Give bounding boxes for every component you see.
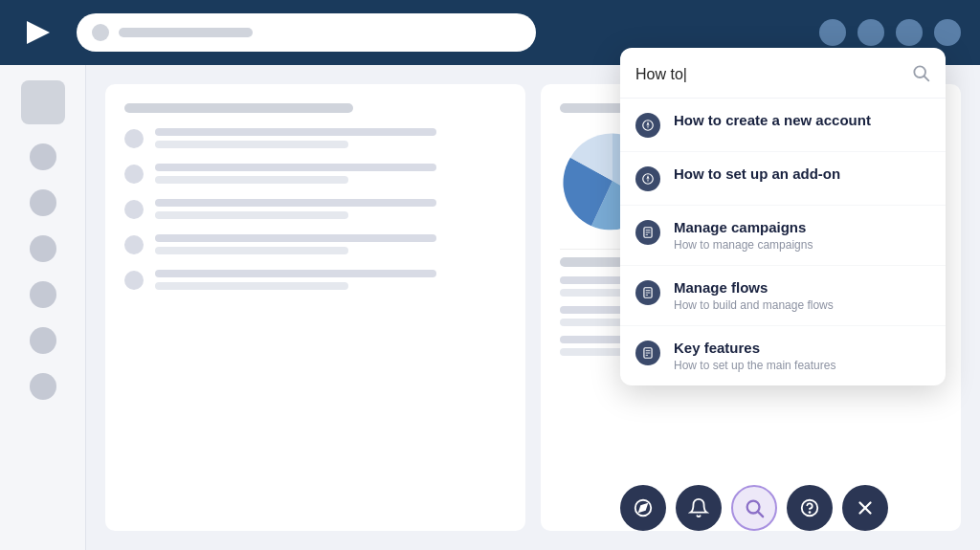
sidebar-icon-2[interactable] (30, 189, 56, 216)
row-lines-5 (155, 270, 506, 290)
panel-row-4 (124, 234, 506, 254)
nav-icon-4[interactable] (934, 19, 961, 46)
row-lines-1 (155, 128, 506, 148)
panel-left (105, 84, 525, 531)
line-4b (155, 247, 348, 254)
document-icon-3 (641, 346, 655, 360)
line-1a (155, 128, 436, 136)
result-icon-compass-1 (635, 113, 660, 138)
result-item-1[interactable]: How to create a new account (620, 99, 946, 152)
result-text-4: Manage flows How to build and manage flo… (674, 279, 834, 312)
result-title-4: Manage flows (674, 279, 834, 296)
panel-left-header (124, 103, 353, 113)
result-icon-document-2 (635, 280, 660, 305)
row-lines-2 (155, 164, 506, 184)
compass-icon (641, 119, 655, 132)
svg-marker-22 (639, 504, 647, 512)
result-title-1: How to create a new account (674, 112, 871, 128)
row-circle-3 (124, 200, 144, 219)
compass-button[interactable] (620, 485, 666, 531)
help-button[interactable] (787, 485, 833, 531)
sidebar-icon-6[interactable] (30, 373, 56, 400)
search-circle-icon (92, 24, 109, 41)
panel-row-5 (124, 270, 506, 290)
nav-search-bar[interactable] (77, 13, 536, 52)
result-text-3: Manage campaigns How to manage campaigns (674, 219, 813, 252)
search-input[interactable]: How to| (635, 66, 902, 83)
app-logo (19, 13, 57, 52)
line-2a (155, 164, 436, 171)
line-5a (155, 270, 436, 277)
dropdown-search-box: How to| (620, 48, 946, 99)
row-lines-3 (155, 199, 506, 219)
svg-marker-7 (647, 175, 650, 179)
search-icon (911, 63, 930, 86)
line-4a (155, 234, 436, 242)
nav-icon-3[interactable] (896, 19, 923, 46)
line-3b (155, 211, 348, 219)
panel-row-2 (124, 164, 506, 184)
help-icon (799, 497, 820, 518)
line-2b (155, 176, 348, 184)
panel-row-1 (124, 128, 506, 148)
search-toolbar-icon (744, 497, 765, 518)
result-title-2: How to set up an add-on (674, 165, 840, 182)
result-title-5: Key features (674, 340, 835, 356)
panel-row-3 (124, 199, 506, 219)
result-text-2: How to set up an add-on (674, 165, 840, 182)
line-3a (155, 199, 436, 207)
line-1b (155, 141, 348, 148)
app-container: How to| How to create a (0, 0, 980, 550)
sidebar-icon-5[interactable] (30, 327, 56, 354)
search-dropdown: How to| How to create a (620, 48, 946, 385)
bell-button[interactable] (676, 485, 722, 531)
result-icon-document-3 (635, 341, 660, 365)
compass-icon-2 (641, 172, 655, 186)
nav-icon-1[interactable] (819, 19, 846, 46)
svg-marker-5 (647, 125, 650, 129)
sidebar-icon-3[interactable] (30, 235, 56, 262)
svg-marker-0 (27, 21, 50, 44)
bell-icon (688, 497, 709, 518)
search-button[interactable] (731, 485, 777, 531)
row-circle-1 (124, 129, 144, 148)
close-icon (855, 497, 876, 518)
result-text-1: How to create a new account (674, 112, 871, 128)
line-5b (155, 282, 348, 290)
row-circle-2 (124, 165, 144, 184)
result-item-3[interactable]: Manage campaigns How to manage campaigns (620, 206, 946, 266)
search-bar-line (119, 28, 253, 37)
nav-icon-2[interactable] (858, 19, 884, 46)
sidebar-icon-4[interactable] (30, 281, 56, 308)
nav-right-icons (819, 19, 961, 46)
row-lines-4 (155, 234, 506, 254)
sidebar (0, 65, 86, 550)
svg-line-2 (924, 77, 929, 81)
bottom-toolbar (620, 485, 888, 531)
close-button[interactable] (842, 485, 888, 531)
compass-toolbar-icon (633, 497, 654, 518)
user-avatar[interactable] (21, 80, 65, 124)
result-item-4[interactable]: Manage flows How to build and manage flo… (620, 266, 946, 326)
row-circle-5 (124, 271, 144, 290)
result-subtitle-5: How to set up the main features (674, 359, 835, 372)
svg-marker-8 (647, 179, 650, 183)
svg-marker-4 (647, 121, 650, 125)
document-icon-1 (641, 226, 655, 239)
dropdown-results: How to create a new account How to set u… (620, 99, 946, 385)
row-circle-4 (124, 235, 144, 254)
logo-icon (23, 17, 54, 48)
result-item-5[interactable]: Key features How to set up the main feat… (620, 326, 946, 385)
result-subtitle-4: How to build and manage flows (674, 298, 834, 312)
svg-line-24 (758, 512, 763, 517)
result-icon-document-1 (635, 220, 660, 245)
result-subtitle-3: How to manage campaigns (674, 238, 813, 252)
result-icon-compass-2 (635, 166, 660, 191)
document-icon-2 (641, 286, 655, 299)
result-title-3: Manage campaigns (674, 219, 813, 235)
result-item-2[interactable]: How to set up an add-on (620, 152, 946, 206)
result-text-5: Key features How to set up the main feat… (674, 340, 835, 372)
sidebar-icon-1[interactable] (30, 143, 56, 170)
